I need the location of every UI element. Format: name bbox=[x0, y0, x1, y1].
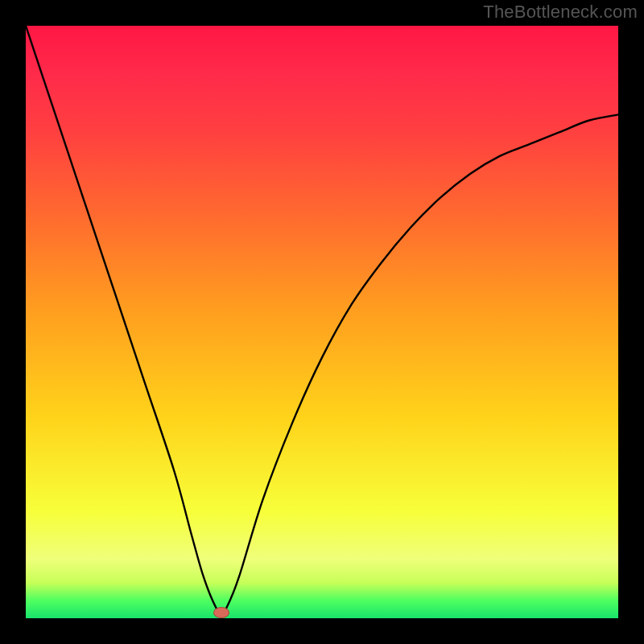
plot-area bbox=[26, 26, 618, 618]
bottleneck-curve bbox=[26, 26, 618, 618]
optimal-point-marker bbox=[213, 607, 229, 618]
chart-frame: TheBottleneck.com bbox=[0, 0, 644, 644]
attribution-text: TheBottleneck.com bbox=[483, 2, 638, 23]
